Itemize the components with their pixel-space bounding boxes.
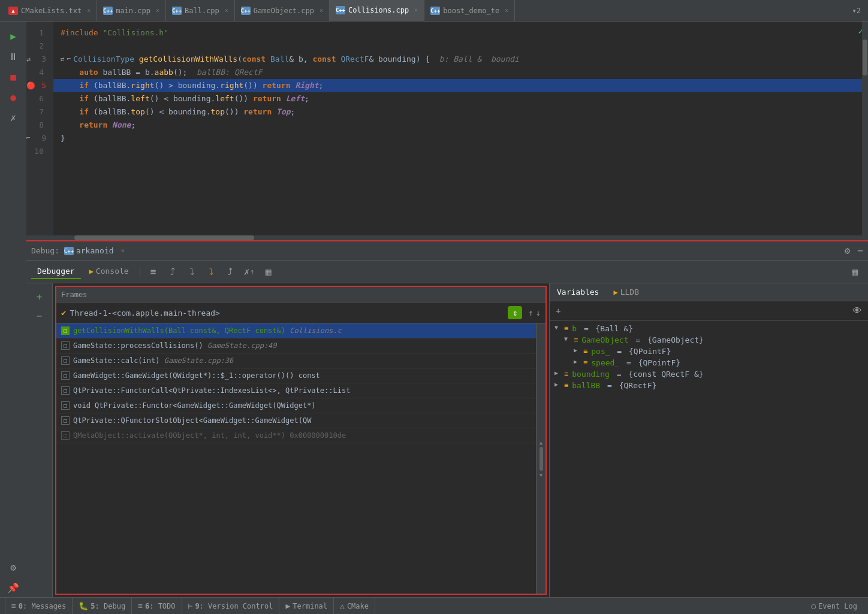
sidebar-record-icon[interactable]: ●: [4, 87, 23, 107]
debug-toolbar: Debugger ▶ Console ≡ ⤴ ⤵ ⤵ ⤴ ✗↑ ▦ ▦: [26, 261, 868, 283]
thread-selector-arrows[interactable]: ⇕: [508, 306, 522, 319]
vars-eye-btn[interactable]: 👁: [851, 304, 863, 317]
var-eq-bounding: =: [612, 370, 626, 379]
var-toggle-ballbb[interactable]: ▶: [554, 381, 562, 388]
tab-close-cmake[interactable]: ×: [87, 7, 91, 14]
frame-item-6[interactable]: □ QtPrivate::QFunctorSlotObject<GameWidg…: [56, 413, 536, 428]
debug-btn-eval[interactable]: ✗↑: [241, 264, 258, 280]
tab-label-main: main.cpp: [116, 7, 150, 15]
code-lines[interactable]: #include "Collisions.h" ⇄ ⌐ CollisionTyp…: [53, 22, 868, 235]
sidebar-mute-icon[interactable]: ✗: [4, 108, 23, 127]
debug-btn-layout[interactable]: ▦: [846, 264, 863, 280]
tab-close-ball[interactable]: ×: [225, 7, 228, 14]
sidebar-resume-icon[interactable]: ▶: [4, 26, 23, 46]
debug-remove-btn[interactable]: −: [31, 307, 48, 324]
scroll-thumb[interactable]: [540, 447, 543, 471]
scrollbar-h-thumb[interactable]: [74, 235, 254, 240]
frame-item-3[interactable]: □ GameWidget::GameWidget(QWidget*)::$_1:…: [56, 368, 536, 383]
debug-btn-stepover[interactable]: ⤴: [164, 264, 181, 280]
status-messages[interactable]: ≡ 0: Messages: [5, 598, 73, 614]
debug-btn-memory[interactable]: ▦: [260, 264, 277, 280]
var-toggle-bounding[interactable]: ▶: [554, 370, 562, 376]
var-val-speed: {QPointF}: [638, 358, 680, 367]
debug-add-btn[interactable]: +: [31, 288, 48, 305]
var-val-pos: {QPointF}: [629, 347, 671, 356]
status-vcs[interactable]: ⊢ 9: Version Control: [182, 598, 280, 614]
var-item-b: ▼ ≡ b = {Ball &}: [550, 323, 868, 334]
nav-down-arrow[interactable]: ↓: [536, 308, 541, 317]
tab-gameobject[interactable]: C++ GameObject.cpp ×: [235, 0, 330, 22]
frame-item-4[interactable]: □ QtPrivate::FunctorCall<QtPrivate::Inde…: [56, 383, 536, 398]
var-toggle-gameobject[interactable]: ▼: [564, 335, 571, 342]
tab-console[interactable]: ▶ Console: [83, 264, 135, 279]
tab-close-gameobject[interactable]: ×: [320, 7, 323, 14]
code-line-1: #include "Collisions.h": [53, 26, 868, 40]
frame-name-4: QtPrivate::FunctorCall<QtPrivate::Indexe…: [73, 386, 531, 395]
var-toggle-b[interactable]: ▼: [554, 324, 562, 331]
debug-status-label: 5: Debug: [91, 602, 125, 610]
tab-ball[interactable]: C++ Ball.cpp ×: [166, 0, 235, 22]
thread-name: Thread-1-<com.apple.main-thread>: [70, 308, 504, 317]
tab-main[interactable]: C++ main.cpp ×: [97, 0, 166, 22]
vertical-scrollbar[interactable]: [862, 22, 868, 235]
debug-btn-frames[interactable]: ≡: [145, 264, 162, 280]
scroll-up-arrow[interactable]: ▲: [540, 440, 542, 446]
frame-icon-6: □: [61, 416, 70, 425]
tab-close-collisions[interactable]: ×: [414, 7, 418, 13]
todo-label: 6: TODO: [145, 602, 176, 610]
debug-settings-icon[interactable]: ⚙: [845, 245, 851, 256]
var-val-gameobject: {GameObject}: [647, 335, 704, 344]
debug-session-close[interactable]: ×: [121, 247, 125, 255]
frame-icon-7: □: [61, 431, 70, 440]
main-body: ▶ ⏸ ■ ● ✗ ⚙ 📌 1 2 ⇄ 3 4 🔴: [0, 22, 868, 597]
frame-item-2[interactable]: □ GameState::calc(int) GameState.cpp:36: [56, 353, 536, 368]
debug-btn-stepout[interactable]: ⤵: [203, 264, 219, 280]
cpp-icon-boost: C++: [430, 7, 440, 15]
debug-btn-stepinto[interactable]: ⤵: [183, 264, 200, 280]
horizontal-scrollbar[interactable]: [26, 235, 868, 240]
vars-add-btn[interactable]: +: [554, 305, 562, 317]
status-cmake[interactable]: △ CMake: [334, 598, 375, 614]
tab-debugger[interactable]: Debugger: [31, 264, 81, 279]
debug-session-name: arkanoid: [76, 246, 114, 255]
scroll-down-arrow[interactable]: ▼: [540, 472, 542, 478]
sidebar-pin-icon[interactable]: 📌: [4, 578, 23, 597]
tab-cmake[interactable]: ▲ CMakeLists.txt ×: [2, 0, 97, 22]
tab-close-boost[interactable]: ×: [505, 7, 508, 14]
frame-item-1[interactable]: □ GameState::processCollisions() GameSta…: [56, 338, 536, 353]
frame-item-7[interactable]: □ QMetaObject::activate(QObject*, int, i…: [56, 428, 536, 443]
tab-boost[interactable]: C++ boost_demo_te ×: [424, 0, 515, 22]
nav-up-arrow[interactable]: ↑: [528, 308, 533, 317]
status-terminal[interactable]: ▶ Terminal: [279, 598, 334, 614]
frame-icon-3: □: [61, 371, 70, 380]
frames-list[interactable]: □ getCollisionWithWalls(Ball const&, QRe…: [56, 323, 536, 594]
status-debug[interactable]: 🐛 5: Debug: [73, 598, 132, 614]
frames-scrollbar[interactable]: ▲ ▼: [536, 323, 545, 594]
sidebar-stop-icon[interactable]: ■: [4, 67, 23, 86]
sidebar-pause-icon[interactable]: ⏸: [4, 47, 23, 66]
tab-variables[interactable]: Variables: [550, 285, 606, 299]
toolbar-sep-1: [140, 266, 140, 278]
tab-collisions[interactable]: C++ Collisions.cpp ×: [330, 0, 424, 22]
ln-6: 6: [26, 92, 49, 105]
frame-item-5[interactable]: □ void QtPrivate::Functor<GameWidget::Ga…: [56, 398, 536, 413]
var-item-pos: ▶ ≡ pos_ = {QPointF}: [550, 346, 868, 357]
debug-btn-runtopos[interactable]: ⤴: [222, 264, 239, 280]
tab-close-main[interactable]: ×: [156, 7, 159, 14]
console-icon: ▶: [89, 267, 94, 276]
status-eventlog[interactable]: ○ Event Log: [805, 598, 863, 614]
var-toggle-pos[interactable]: ▶: [574, 347, 581, 353]
scrollbar-thumb[interactable]: [863, 40, 867, 75]
frames-content: □ getCollisionWithWalls(Ball const&, QRe…: [56, 323, 545, 594]
tab-lldb[interactable]: ▶ LLDB: [606, 285, 646, 299]
tab-label-gameobject: GameObject.cpp: [254, 7, 314, 15]
sidebar-settings-icon[interactable]: ⚙: [4, 558, 23, 577]
status-todo[interactable]: ≡ 6: TODO: [132, 598, 182, 614]
debug-label: Debug:: [31, 246, 59, 255]
debug-section: Debug: C++ arkanoid × ⚙ − Debugger ▶ Con…: [26, 240, 868, 597]
frame-item-0[interactable]: □ getCollisionWithWalls(Ball const&, QRe…: [56, 323, 536, 338]
var-toggle-speed[interactable]: ▶: [574, 358, 581, 365]
cmake-label: CMake: [347, 602, 369, 610]
debug-minimize-icon[interactable]: −: [857, 245, 863, 256]
tab-overflow[interactable]: ▾2: [848, 7, 866, 15]
